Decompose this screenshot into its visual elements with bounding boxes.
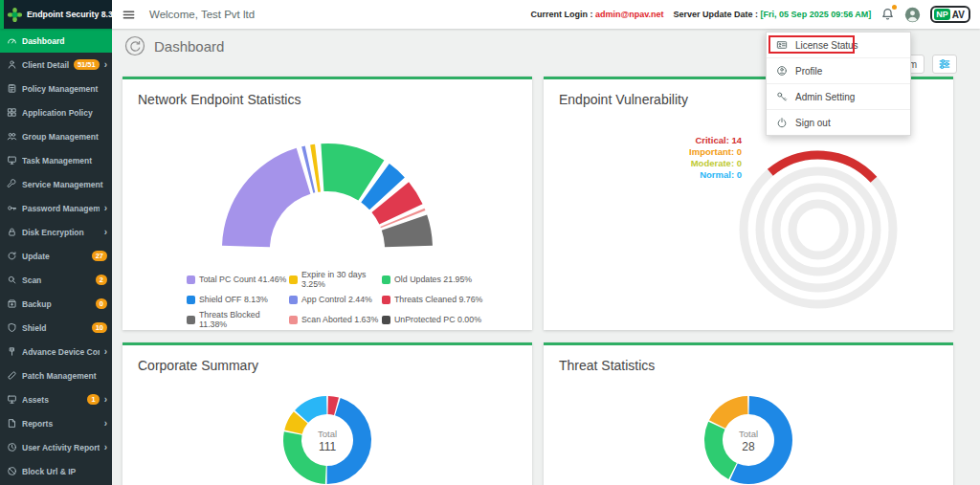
sidebar-item-reports[interactable]: Reports› bbox=[0, 411, 112, 435]
svg-text:Total: Total bbox=[739, 429, 758, 439]
sidebar-item-label: Shield bbox=[22, 323, 87, 333]
sidebar-menu: DashboardClient Details51/51›Policy Mana… bbox=[0, 29, 112, 485]
legend-label: Threats Blocked 11.38% bbox=[199, 310, 289, 329]
clipboard-icon bbox=[7, 83, 17, 94]
sidebar-item-disk-encryption[interactable]: Disk Encryption› bbox=[0, 220, 112, 244]
menu-item-license-status[interactable]: License Status bbox=[767, 33, 910, 58]
sidebar-item-group-management[interactable]: Group Management bbox=[0, 124, 112, 148]
hamburger-menu-icon[interactable] bbox=[122, 8, 136, 22]
svg-text:Total: Total bbox=[318, 429, 337, 439]
sidebar-item-label: Service Management bbox=[22, 180, 107, 189]
notifications-bell-icon[interactable] bbox=[880, 7, 895, 22]
sidebar-item-service-management[interactable]: Service Management bbox=[0, 172, 112, 196]
legend-item-shield-off: Shield OFF 8.13% bbox=[187, 295, 289, 304]
sidebar-item-user-activity-reports[interactable]: User Activity Reports› bbox=[0, 435, 112, 459]
sidebar-item-task-management[interactable]: Task Management bbox=[0, 148, 112, 172]
menu-item-label: License Status bbox=[795, 40, 858, 51]
sidebar-item-advance-device-control[interactable]: Advance Device Control› bbox=[0, 340, 112, 364]
sidebar-item-label: Dashboard bbox=[22, 36, 107, 46]
count-badge: 0 bbox=[96, 298, 107, 309]
legend-color-swatch bbox=[289, 276, 298, 284]
sidebar-item-label: Reports bbox=[22, 419, 100, 429]
sidebar-item-policy-management[interactable]: Policy Management bbox=[0, 77, 112, 100]
brand-title: Endpoint Security 8.3 bbox=[27, 10, 113, 19]
box-icon bbox=[7, 298, 17, 309]
shield-icon bbox=[7, 322, 17, 333]
power-icon bbox=[776, 117, 788, 128]
menu-item-label: Sign out bbox=[795, 118, 831, 128]
admin-key-icon bbox=[776, 91, 788, 102]
legend-color-swatch bbox=[289, 296, 298, 304]
legend-color-swatch bbox=[382, 316, 390, 324]
network-endpoint-chart bbox=[122, 105, 532, 258]
dashboard-refresh-icon[interactable] bbox=[124, 35, 145, 56]
sidebar-item-assets[interactable]: Assets1› bbox=[0, 387, 112, 411]
sidebar-item-label: Password Management bbox=[22, 204, 100, 213]
endpoint-security-app: Endpoint Security 8.3 Welcome, Test Pvt … bbox=[0, 0, 980, 485]
welcome-text: Welcome, Test Pvt ltd bbox=[149, 9, 255, 20]
sidebar-item-client-details[interactable]: Client Details51/51› bbox=[0, 53, 112, 77]
legend-item-unprotected-pc: UnProtected PC 0.00% bbox=[382, 310, 497, 329]
sidebar-item-password-management[interactable]: Password Management› bbox=[0, 196, 112, 220]
legend-label: Old Updates 21.95% bbox=[394, 275, 472, 284]
filter-sliders-button[interactable] bbox=[932, 55, 957, 74]
desktop-icon bbox=[7, 394, 17, 405]
sliders-icon bbox=[938, 57, 951, 71]
legend-label: Shield OFF 8.13% bbox=[199, 295, 268, 304]
sidebar-item-label: Task Management bbox=[22, 156, 107, 165]
topbar-right: Current Login : admin@npav.net Server Up… bbox=[530, 6, 970, 23]
chevron-right-icon: › bbox=[104, 443, 107, 452]
user-icon bbox=[7, 59, 17, 70]
legend-label: UnProtected PC 0.00% bbox=[394, 315, 481, 324]
npav-logo-np: NP bbox=[934, 9, 950, 20]
sidebar-item-label: User Activity Reports bbox=[22, 443, 100, 452]
legend-label: Scan Aborted 1.63% bbox=[301, 315, 378, 324]
menu-item-admin-setting[interactable]: Admin Setting bbox=[767, 84, 910, 110]
count-badge: 51/51 bbox=[74, 59, 100, 70]
legend-item-old-updates: Old Updates 21.95% bbox=[382, 270, 497, 289]
legend-item-expire-in-30-days: Expire in 30 days 3.25% bbox=[289, 270, 382, 289]
sidebar-item-label: Application Policy bbox=[22, 108, 107, 118]
user-dropdown-menu: License StatusProfileAdmin SettingSign o… bbox=[766, 32, 911, 136]
page-header: Dashboard bbox=[124, 35, 224, 56]
bandage-icon bbox=[7, 370, 17, 381]
legend-item-total-pc-count: Total PC Count 41.46% bbox=[187, 270, 289, 289]
card-corporate-summary: Corporate Summary Total111 bbox=[122, 342, 532, 485]
users-icon bbox=[7, 131, 17, 142]
network-endpoint-legend: Total PC Count 41.46%Expire in 30 days 3… bbox=[187, 270, 497, 329]
legend-color-swatch bbox=[382, 296, 390, 304]
sidebar-item-update[interactable]: Update27 bbox=[0, 244, 112, 268]
count-badge: 27 bbox=[92, 251, 107, 261]
endpoint-vulnerability-legend: Critical: 14Important: 0Moderate: 0Norma… bbox=[635, 135, 742, 181]
sidebar-item-backup[interactable]: Backup0 bbox=[0, 292, 112, 316]
sidebar-item-dashboard[interactable]: Dashboard bbox=[0, 29, 112, 53]
key-icon bbox=[7, 203, 17, 213]
chevron-right-icon: › bbox=[104, 419, 107, 429]
legend-item-threats-cleaned: Threats Cleaned 9.76% bbox=[382, 295, 497, 304]
svg-text:28: 28 bbox=[742, 440, 755, 453]
sidebar-item-application-policy[interactable]: Application Policy bbox=[0, 100, 112, 124]
user-avatar-icon[interactable] bbox=[904, 7, 921, 23]
legend-critical: Critical: 14 bbox=[635, 135, 742, 146]
current-login: Current Login : admin@npav.net bbox=[530, 10, 663, 19]
brand: Endpoint Security 8.3 bbox=[0, 0, 112, 29]
gauge-icon bbox=[7, 35, 17, 46]
sidebar-item-label: Update bbox=[22, 252, 87, 261]
search-icon bbox=[7, 275, 17, 285]
legend-label: Threats Cleaned 9.76% bbox=[394, 295, 482, 304]
threat-statistics-chart: Total28 bbox=[544, 371, 953, 485]
card-threat-statistics: Threat Statistics Total28 bbox=[544, 342, 953, 485]
usb-icon bbox=[7, 346, 17, 357]
sidebar-item-label: Patch Management bbox=[22, 371, 107, 381]
sidebar-item-shield[interactable]: Shield10 bbox=[0, 316, 112, 340]
menu-item-sign-out[interactable]: Sign out bbox=[767, 110, 910, 135]
sidebar-item-block-url-ip[interactable]: Block Url & IP bbox=[0, 459, 112, 483]
sidebar-item-label: Block Url & IP bbox=[22, 467, 107, 476]
sidebar-item-label: Scan bbox=[22, 276, 91, 285]
sidebar-item-patch-management[interactable]: Patch Management bbox=[0, 364, 112, 387]
chevron-right-icon: › bbox=[104, 228, 107, 237]
card-network-endpoint-statistics: Network Endpoint Statistics Total PC Cou… bbox=[122, 77, 532, 330]
sidebar-item-scan[interactable]: Scan2 bbox=[0, 268, 112, 292]
menu-item-profile[interactable]: Profile bbox=[767, 58, 910, 84]
chevron-right-icon: › bbox=[104, 347, 107, 357]
